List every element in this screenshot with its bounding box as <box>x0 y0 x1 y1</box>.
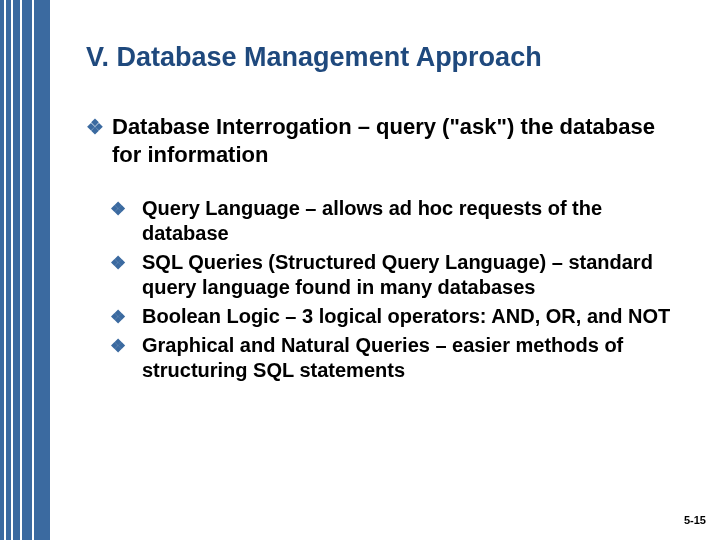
list-item: ❖ Boolean Logic – 3 logical operators: A… <box>110 304 686 329</box>
sub-bullet-list: ❖ Query Language – allows ad hoc request… <box>86 196 686 383</box>
slide: V. Database Management Approach ❖ Databa… <box>0 0 720 540</box>
content-area: V. Database Management Approach ❖ Databa… <box>86 42 686 387</box>
list-item: ❖ Graphical and Natural Queries – easier… <box>110 333 686 383</box>
page-number: 5-15 <box>684 514 706 526</box>
list-item: ❖ SQL Queries (Structured Query Language… <box>110 250 686 300</box>
diamond-bullet-icon: ❖ <box>110 198 128 246</box>
sub-bullet-text: Boolean Logic – 3 logical operators: AND… <box>142 304 686 329</box>
diamond-bullet-icon: ❖ <box>110 306 128 329</box>
decorative-stripes <box>0 0 56 540</box>
sub-bullet-text: SQL Queries (Structured Query Language) … <box>142 250 686 300</box>
main-bullet: ❖ Database Interrogation – query ("ask")… <box>86 113 686 168</box>
sub-bullet-text: Query Language – allows ad hoc requests … <box>142 196 686 246</box>
main-bullet-text: Database Interrogation – query ("ask") t… <box>112 113 686 168</box>
sub-bullet-text: Graphical and Natural Queries – easier m… <box>142 333 686 383</box>
diamond-bullet-icon: ❖ <box>110 252 128 300</box>
diamond-bullet-icon: ❖ <box>86 115 104 168</box>
list-item: ❖ Query Language – allows ad hoc request… <box>110 196 686 246</box>
diamond-bullet-icon: ❖ <box>110 335 128 383</box>
page-title: V. Database Management Approach <box>86 42 686 73</box>
